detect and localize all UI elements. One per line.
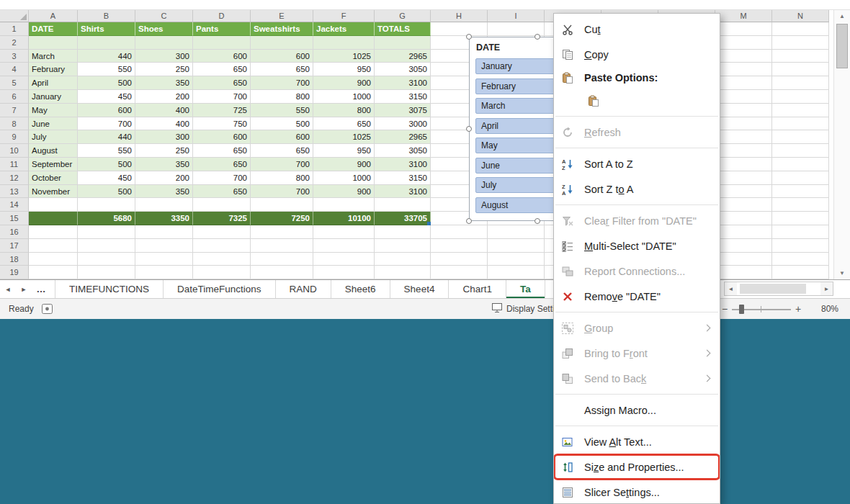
cell-E5[interactable]: 700 — [251, 76, 313, 90]
cell-D15[interactable]: 7325 — [193, 212, 251, 225]
cell-B5[interactable]: 500 — [78, 76, 135, 90]
cell-A16[interactable] — [29, 225, 78, 239]
cell-M15[interactable] — [715, 212, 772, 225]
cell-E9[interactable]: 600 — [251, 130, 313, 144]
cell-B10[interactable]: 550 — [78, 144, 135, 158]
cell-E3[interactable]: 600 — [251, 50, 313, 63]
cell-D6[interactable]: 700 — [193, 90, 251, 104]
cell-H19[interactable] — [431, 266, 488, 279]
cell-D3[interactable]: 600 — [193, 50, 251, 63]
cell-I17[interactable] — [488, 239, 545, 253]
vertical-scrollbar[interactable]: ▲ ▼ — [833, 10, 850, 279]
cell-M12[interactable] — [715, 171, 772, 185]
cell-E19[interactable] — [251, 266, 313, 279]
cell-G16[interactable] — [375, 225, 431, 239]
cell-N1[interactable] — [772, 22, 829, 36]
row-header-14[interactable]: 14 — [0, 198, 29, 212]
cell-C19[interactable] — [135, 266, 193, 279]
cell-F10[interactable]: 950 — [313, 144, 375, 158]
column-header-E[interactable]: E — [251, 10, 313, 22]
cell-C11[interactable]: 350 — [135, 158, 193, 171]
cell-N5[interactable] — [772, 76, 829, 90]
select-all-corner[interactable] — [0, 10, 29, 22]
cell-D11[interactable]: 650 — [193, 158, 251, 171]
cell-E2[interactable] — [251, 36, 313, 50]
cell-A10[interactable]: August — [29, 144, 78, 158]
cell-D7[interactable]: 725 — [193, 104, 251, 117]
slicer-resize-handle[interactable] — [466, 126, 472, 132]
cell-D19[interactable] — [193, 266, 251, 279]
cell-M16[interactable] — [715, 225, 772, 239]
cell-A2[interactable] — [29, 36, 78, 50]
cell-C18[interactable] — [135, 253, 193, 266]
cell-C2[interactable] — [135, 36, 193, 50]
scroll-right-icon[interactable]: ► — [820, 282, 833, 295]
column-header-G[interactable]: G — [375, 10, 431, 22]
cell-H1[interactable] — [431, 22, 488, 36]
cell-B12[interactable]: 450 — [78, 171, 135, 185]
cell-A11[interactable]: September — [29, 158, 78, 171]
cell-F2[interactable] — [313, 36, 375, 50]
cell-F3[interactable]: 1025 — [313, 50, 375, 63]
sheet-tab-chart1[interactable]: Chart1 — [449, 280, 506, 298]
row-header-9[interactable]: 9 — [0, 130, 29, 144]
menu-item-view-alt-text[interactable]: View Alt Text... — [554, 429, 720, 454]
cell-F17[interactable] — [313, 239, 375, 253]
cell-D17[interactable] — [193, 239, 251, 253]
cell-E17[interactable] — [251, 239, 313, 253]
cell-N6[interactable] — [772, 90, 829, 104]
cell-D8[interactable]: 750 — [193, 117, 251, 131]
cell-G2[interactable] — [375, 36, 431, 50]
row-header-1[interactable]: 1 — [0, 22, 29, 36]
row-header-17[interactable]: 17 — [0, 239, 29, 253]
cell-G1[interactable]: TOTALS — [375, 22, 431, 36]
cell-F5[interactable]: 900 — [313, 76, 375, 90]
paste-option-button[interactable] — [584, 91, 603, 110]
cell-M3[interactable] — [715, 50, 772, 63]
sheet-tab-overflow[interactable]: … — [32, 280, 50, 298]
column-header-I[interactable]: I — [488, 10, 545, 22]
cell-N11[interactable] — [772, 158, 829, 171]
cell-D10[interactable]: 650 — [193, 144, 251, 158]
cell-N9[interactable] — [772, 130, 829, 144]
horizontal-scroll-thumb[interactable] — [740, 284, 806, 294]
cell-G18[interactable] — [375, 253, 431, 266]
cell-I19[interactable] — [488, 266, 545, 279]
cell-A5[interactable]: April — [29, 76, 78, 90]
cell-M5[interactable] — [715, 76, 772, 90]
cell-F18[interactable] — [313, 253, 375, 266]
cell-B3[interactable]: 440 — [78, 50, 135, 63]
row-header-16[interactable]: 16 — [0, 225, 29, 239]
cell-B4[interactable]: 550 — [78, 63, 135, 76]
cell-N19[interactable] — [772, 266, 829, 279]
cell-E14[interactable] — [251, 198, 313, 212]
cell-A12[interactable]: October — [29, 171, 78, 185]
cell-F16[interactable] — [313, 225, 375, 239]
zoom-slider-handle[interactable] — [739, 305, 744, 314]
zoom-percentage[interactable]: 80% — [821, 299, 838, 319]
cell-A6[interactable]: January — [29, 90, 78, 104]
cell-G6[interactable]: 3150 — [375, 90, 431, 104]
cell-G11[interactable]: 3100 — [375, 158, 431, 171]
cell-D4[interactable]: 650 — [193, 63, 251, 76]
cell-H17[interactable] — [431, 239, 488, 253]
cell-C7[interactable]: 400 — [135, 104, 193, 117]
cell-N17[interactable] — [772, 239, 829, 253]
cell-A14[interactable] — [29, 198, 78, 212]
cell-E4[interactable]: 650 — [251, 63, 313, 76]
cell-G13[interactable]: 3100 — [375, 185, 431, 199]
cell-N2[interactable] — [772, 36, 829, 50]
cell-B17[interactable] — [78, 239, 135, 253]
cell-C14[interactable] — [135, 198, 193, 212]
cell-A9[interactable]: July — [29, 130, 78, 144]
cell-G15[interactable]: 33705 — [375, 212, 431, 225]
cell-C12[interactable]: 200 — [135, 171, 193, 185]
cell-C5[interactable]: 350 — [135, 76, 193, 90]
cell-G17[interactable] — [375, 239, 431, 253]
cell-G9[interactable]: 2965 — [375, 130, 431, 144]
cell-A15[interactable] — [29, 212, 78, 225]
row-header-8[interactable]: 8 — [0, 117, 29, 131]
row-header-7[interactable]: 7 — [0, 104, 29, 117]
cell-A18[interactable] — [29, 253, 78, 266]
cell-B19[interactable] — [78, 266, 135, 279]
